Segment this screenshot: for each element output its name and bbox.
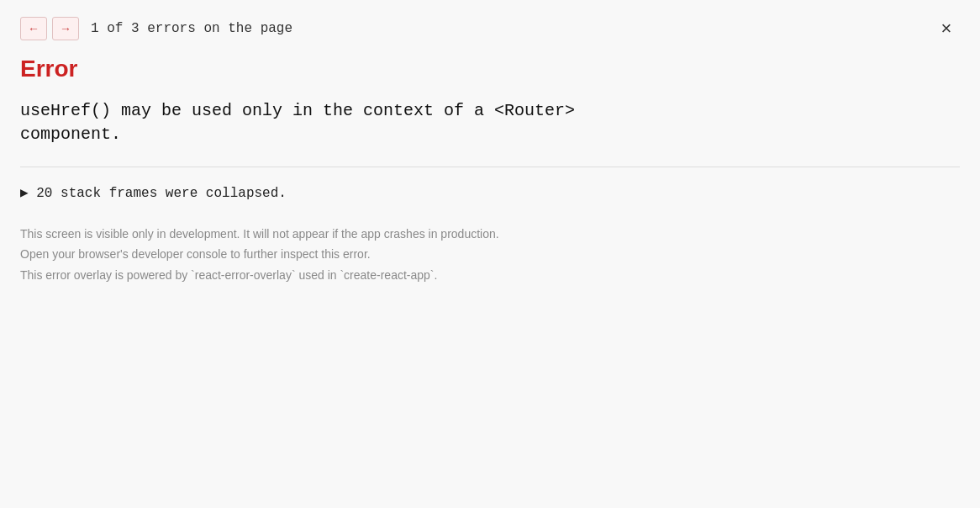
close-button[interactable]: × — [933, 15, 960, 42]
error-message: useHref() may be used only in the contex… — [20, 99, 960, 146]
stack-frames-collapsed[interactable]: ▶ 20 stack frames were collapsed. — [20, 184, 960, 201]
error-title: Error — [20, 56, 960, 82]
error-message-line1: useHref() may be used only in the contex… — [20, 101, 575, 120]
error-overlay: ← → 1 of 3 errors on the page × Error us… — [0, 0, 980, 508]
footer-info: This screen is visible only in developme… — [20, 225, 960, 284]
close-icon: × — [941, 19, 952, 38]
footer-line3: This error overlay is powered by `react-… — [20, 266, 960, 284]
error-count-label: 1 of 3 errors on the page — [91, 21, 292, 36]
footer-line1: This screen is visible only in developme… — [20, 225, 960, 243]
prev-error-button[interactable]: ← — [20, 17, 47, 40]
divider — [20, 167, 960, 167]
prev-arrow-icon: ← — [28, 22, 40, 35]
next-arrow-icon: → — [60, 22, 71, 35]
next-error-button[interactable]: → — [52, 17, 79, 40]
stack-frames-text: ▶ 20 stack frames were collapsed. — [20, 184, 287, 201]
error-message-line2: component. — [20, 124, 121, 144]
footer-line2: Open your browser's developer console to… — [20, 245, 960, 263]
header-bar: ← → 1 of 3 errors on the page — [20, 17, 960, 40]
